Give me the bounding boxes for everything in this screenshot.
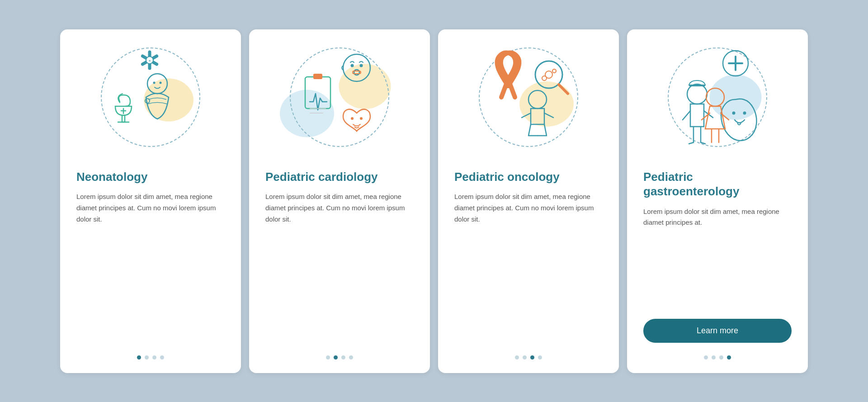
card-gastroenterology: Pediatric gastroenterology Lorem ipsum d… <box>627 29 808 373</box>
dot-3 <box>719 355 723 359</box>
svg-point-14 <box>351 64 354 67</box>
card-content-neonatology: Neonatology Lorem ipsum dolor sit dim am… <box>60 165 241 359</box>
card-text-oncology: Lorem ipsum dolor sit dim amet, mea regi… <box>454 191 603 343</box>
svg-line-39 <box>683 111 690 120</box>
svg-point-34 <box>743 111 746 114</box>
card-content-gastro: Pediatric gastroenterology Lorem ipsum d… <box>627 165 808 359</box>
svg-point-29 <box>528 90 547 109</box>
svg-point-7 <box>160 81 162 84</box>
neonatology-svg: + <box>96 43 205 151</box>
svg-line-28 <box>559 85 568 94</box>
dots-neonatology <box>76 355 225 359</box>
dot-1 <box>137 355 141 359</box>
illustration-cardiology <box>249 29 430 165</box>
card-title-gastro: Pediatric gastroenterology <box>643 170 792 199</box>
dot-4 <box>349 355 353 359</box>
oncology-svg <box>474 43 583 151</box>
svg-line-45 <box>721 113 729 120</box>
dot-3 <box>341 355 345 359</box>
illustration-oncology <box>438 29 619 165</box>
svg-point-41 <box>706 88 724 106</box>
dot-2 <box>523 355 527 359</box>
svg-point-16 <box>354 70 359 75</box>
card-oncology: Pediatric oncology Lorem ipsum dolor sit… <box>438 29 619 373</box>
dot-2 <box>712 355 716 359</box>
svg-point-33 <box>732 111 736 114</box>
svg-point-27 <box>542 76 547 80</box>
dot-1 <box>704 355 708 359</box>
card-title-neonatology: Neonatology <box>76 170 225 184</box>
svg-point-15 <box>360 64 363 67</box>
learn-more-button[interactable]: Learn more <box>643 319 792 343</box>
svg-point-26 <box>552 69 556 73</box>
cardiology-svg <box>285 43 394 151</box>
cards-container: + <box>33 11 835 391</box>
dot-4 <box>727 355 731 359</box>
svg-line-44 <box>702 113 710 120</box>
card-title-oncology: Pediatric oncology <box>454 170 603 184</box>
svg-point-36 <box>687 84 707 104</box>
gastro-svg <box>663 43 772 151</box>
card-text-gastro: Lorem ipsum dolor sit dim amet, mea regi… <box>643 206 792 310</box>
svg-point-22 <box>351 117 354 120</box>
dot-2 <box>145 355 149 359</box>
illustration-neonatology: + <box>60 29 241 165</box>
dots-oncology <box>454 355 603 359</box>
card-text-cardiology: Lorem ipsum dolor sit dim amet, mea regi… <box>265 191 414 343</box>
dot-1 <box>326 355 330 359</box>
dot-3 <box>530 355 534 359</box>
card-cardiology: Pediatric cardiology Lorem ipsum dolor s… <box>249 29 430 373</box>
svg-rect-18 <box>305 77 330 109</box>
card-content-oncology: Pediatric oncology Lorem ipsum dolor sit… <box>438 165 619 359</box>
dots-cardiology <box>265 355 414 359</box>
illustration-gastroenterology <box>627 29 808 165</box>
card-neonatology: + <box>60 29 241 373</box>
svg-point-13 <box>343 54 370 81</box>
card-text-neonatology: Lorem ipsum dolor sit dim amet, mea regi… <box>76 191 225 343</box>
card-title-cardiology: Pediatric cardiology <box>265 170 414 184</box>
dot-3 <box>152 355 156 359</box>
svg-point-23 <box>360 117 363 120</box>
card-content-cardiology: Pediatric cardiology Lorem ipsum dolor s… <box>249 165 430 359</box>
svg-rect-19 <box>313 74 322 79</box>
svg-point-6 <box>153 81 156 84</box>
dot-1 <box>515 355 519 359</box>
dot-4 <box>538 355 542 359</box>
dot-4 <box>160 355 164 359</box>
dot-2 <box>334 355 338 359</box>
dots-gastro <box>643 355 792 359</box>
svg-text:+: + <box>149 59 151 63</box>
svg-rect-9 <box>122 115 125 122</box>
svg-point-5 <box>147 74 167 94</box>
